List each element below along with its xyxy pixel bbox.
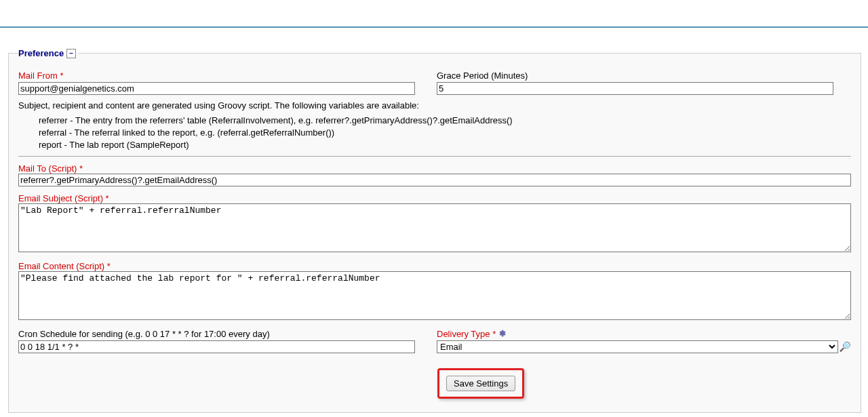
row-email-subject: Email Subject (Script) * "Lab Report" + …	[18, 193, 851, 254]
row-mailfrom-grace: Mail From * Grace Period (Minutes)	[18, 71, 851, 95]
input-grace-period[interactable]	[437, 82, 833, 95]
col-mail-from: Mail From *	[18, 71, 415, 95]
textarea-email-subject[interactable]: "Lab Report" + referral.referralNumber	[18, 203, 851, 252]
search-icon[interactable]: 🔍	[840, 341, 851, 352]
help-var-line: report - The lab report (SampleReport)	[39, 139, 851, 151]
label-mail-to: Mail To (Script) *	[18, 163, 83, 174]
col-grace-period: Grace Period (Minutes)	[437, 71, 851, 95]
input-cron[interactable]	[18, 340, 415, 353]
col-cron: Cron Schedule for sending (e.g. 0 0 17 *…	[18, 329, 415, 353]
top-border	[0, 0, 868, 28]
help-var-line: referrer - The entry from the referrers'…	[39, 115, 851, 127]
row-email-content: Email Content (Script) * "Please find at…	[18, 261, 851, 322]
separator	[18, 156, 851, 157]
label-delivery-type: Delivery Type *	[437, 329, 496, 339]
help-intro: Subject, recipient and content are gener…	[18, 100, 851, 111]
help-var-line: referral - The referral linked to the re…	[39, 127, 851, 139]
input-mail-to[interactable]	[18, 174, 851, 186]
textarea-email-content[interactable]: "Please find attached the lab report for…	[18, 271, 851, 320]
label-mail-from: Mail From *	[18, 71, 415, 81]
input-mail-from[interactable]	[18, 82, 415, 95]
legend-title: Preference	[18, 48, 64, 58]
label-cron: Cron Schedule for sending (e.g. 0 0 17 *…	[18, 329, 415, 339]
preference-fieldset: Preference − Mail From * Grace Period (M…	[8, 48, 861, 413]
label-email-subject: Email Subject (Script) *	[18, 193, 109, 203]
preference-legend: Preference −	[18, 48, 79, 58]
label-grace-period: Grace Period (Minutes)	[437, 71, 851, 81]
save-settings-button[interactable]: Save Settings	[446, 376, 515, 391]
page-body: Preference − Mail From * Grace Period (M…	[0, 28, 868, 417]
collapse-toggle[interactable]: −	[66, 49, 76, 58]
row-cron-delivery: Cron Schedule for sending (e.g. 0 0 17 *…	[18, 329, 851, 353]
col-delivery-type: Delivery Type * Email 🔍	[437, 329, 851, 353]
label-email-content: Email Content (Script) *	[18, 261, 111, 271]
select-delivery-type[interactable]: Email	[437, 340, 838, 353]
gear-icon[interactable]	[497, 329, 506, 340]
row-mail-to: Mail To (Script) *	[18, 163, 851, 186]
save-highlight: Save Settings	[437, 368, 524, 399]
help-vars: referrer - The entry from the referrers'…	[39, 115, 851, 152]
